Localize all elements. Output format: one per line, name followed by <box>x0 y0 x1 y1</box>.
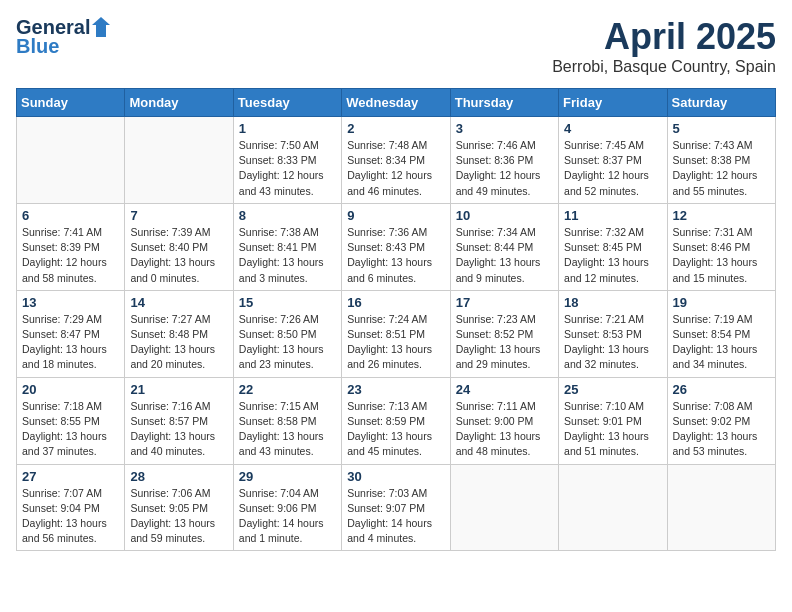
calendar-week-row: 13Sunrise: 7:29 AM Sunset: 8:47 PM Dayli… <box>17 290 776 377</box>
calendar-cell: 2Sunrise: 7:48 AM Sunset: 8:34 PM Daylig… <box>342 117 450 204</box>
day-number: 12 <box>673 208 770 223</box>
calendar-cell: 20Sunrise: 7:18 AM Sunset: 8:55 PM Dayli… <box>17 377 125 464</box>
day-number: 9 <box>347 208 444 223</box>
header-monday: Monday <box>125 89 233 117</box>
day-info: Sunrise: 7:16 AM Sunset: 8:57 PM Dayligh… <box>130 399 227 460</box>
day-info: Sunrise: 7:32 AM Sunset: 8:45 PM Dayligh… <box>564 225 661 286</box>
day-number: 21 <box>130 382 227 397</box>
day-info: Sunrise: 7:04 AM Sunset: 9:06 PM Dayligh… <box>239 486 336 547</box>
title-block: April 2025 Berrobi, Basque Country, Spai… <box>552 16 776 76</box>
calendar-week-row: 20Sunrise: 7:18 AM Sunset: 8:55 PM Dayli… <box>17 377 776 464</box>
day-number: 26 <box>673 382 770 397</box>
day-info: Sunrise: 7:34 AM Sunset: 8:44 PM Dayligh… <box>456 225 553 286</box>
day-info: Sunrise: 7:24 AM Sunset: 8:51 PM Dayligh… <box>347 312 444 373</box>
calendar-cell: 29Sunrise: 7:04 AM Sunset: 9:06 PM Dayli… <box>233 464 341 551</box>
calendar-cell: 11Sunrise: 7:32 AM Sunset: 8:45 PM Dayli… <box>559 203 667 290</box>
header-thursday: Thursday <box>450 89 558 117</box>
logo: General Blue <box>16 16 110 58</box>
calendar-header: Sunday Monday Tuesday Wednesday Thursday… <box>17 89 776 117</box>
day-info: Sunrise: 7:31 AM Sunset: 8:46 PM Dayligh… <box>673 225 770 286</box>
day-number: 20 <box>22 382 119 397</box>
calendar-cell: 23Sunrise: 7:13 AM Sunset: 8:59 PM Dayli… <box>342 377 450 464</box>
day-number: 11 <box>564 208 661 223</box>
calendar-cell: 12Sunrise: 7:31 AM Sunset: 8:46 PM Dayli… <box>667 203 775 290</box>
calendar-cell: 15Sunrise: 7:26 AM Sunset: 8:50 PM Dayli… <box>233 290 341 377</box>
calendar-cell: 5Sunrise: 7:43 AM Sunset: 8:38 PM Daylig… <box>667 117 775 204</box>
header-friday: Friday <box>559 89 667 117</box>
calendar-cell: 17Sunrise: 7:23 AM Sunset: 8:52 PM Dayli… <box>450 290 558 377</box>
day-info: Sunrise: 7:39 AM Sunset: 8:40 PM Dayligh… <box>130 225 227 286</box>
calendar-cell: 4Sunrise: 7:45 AM Sunset: 8:37 PM Daylig… <box>559 117 667 204</box>
day-info: Sunrise: 7:43 AM Sunset: 8:38 PM Dayligh… <box>673 138 770 199</box>
calendar-week-row: 27Sunrise: 7:07 AM Sunset: 9:04 PM Dayli… <box>17 464 776 551</box>
svg-marker-0 <box>92 17 110 37</box>
day-info: Sunrise: 7:38 AM Sunset: 8:41 PM Dayligh… <box>239 225 336 286</box>
calendar-table: Sunday Monday Tuesday Wednesday Thursday… <box>16 88 776 551</box>
day-info: Sunrise: 7:18 AM Sunset: 8:55 PM Dayligh… <box>22 399 119 460</box>
calendar-cell: 6Sunrise: 7:41 AM Sunset: 8:39 PM Daylig… <box>17 203 125 290</box>
calendar-cell: 21Sunrise: 7:16 AM Sunset: 8:57 PM Dayli… <box>125 377 233 464</box>
day-number: 25 <box>564 382 661 397</box>
day-number: 27 <box>22 469 119 484</box>
day-number: 29 <box>239 469 336 484</box>
day-info: Sunrise: 7:21 AM Sunset: 8:53 PM Dayligh… <box>564 312 661 373</box>
calendar-cell: 22Sunrise: 7:15 AM Sunset: 8:58 PM Dayli… <box>233 377 341 464</box>
day-info: Sunrise: 7:45 AM Sunset: 8:37 PM Dayligh… <box>564 138 661 199</box>
day-number: 14 <box>130 295 227 310</box>
day-number: 22 <box>239 382 336 397</box>
calendar-week-row: 6Sunrise: 7:41 AM Sunset: 8:39 PM Daylig… <box>17 203 776 290</box>
day-info: Sunrise: 7:50 AM Sunset: 8:33 PM Dayligh… <box>239 138 336 199</box>
location-subtitle: Berrobi, Basque Country, Spain <box>552 58 776 76</box>
day-info: Sunrise: 7:36 AM Sunset: 8:43 PM Dayligh… <box>347 225 444 286</box>
day-info: Sunrise: 7:11 AM Sunset: 9:00 PM Dayligh… <box>456 399 553 460</box>
day-number: 1 <box>239 121 336 136</box>
calendar-body: 1Sunrise: 7:50 AM Sunset: 8:33 PM Daylig… <box>17 117 776 551</box>
header-sunday: Sunday <box>17 89 125 117</box>
day-number: 8 <box>239 208 336 223</box>
calendar-cell: 26Sunrise: 7:08 AM Sunset: 9:02 PM Dayli… <box>667 377 775 464</box>
calendar-cell: 14Sunrise: 7:27 AM Sunset: 8:48 PM Dayli… <box>125 290 233 377</box>
calendar-cell <box>450 464 558 551</box>
day-number: 2 <box>347 121 444 136</box>
day-number: 5 <box>673 121 770 136</box>
day-info: Sunrise: 7:41 AM Sunset: 8:39 PM Dayligh… <box>22 225 119 286</box>
calendar-cell: 13Sunrise: 7:29 AM Sunset: 8:47 PM Dayli… <box>17 290 125 377</box>
day-number: 15 <box>239 295 336 310</box>
calendar-cell: 18Sunrise: 7:21 AM Sunset: 8:53 PM Dayli… <box>559 290 667 377</box>
calendar-cell: 25Sunrise: 7:10 AM Sunset: 9:01 PM Dayli… <box>559 377 667 464</box>
calendar-week-row: 1Sunrise: 7:50 AM Sunset: 8:33 PM Daylig… <box>17 117 776 204</box>
day-number: 3 <box>456 121 553 136</box>
calendar-cell <box>559 464 667 551</box>
logo-icon <box>92 17 110 37</box>
day-number: 7 <box>130 208 227 223</box>
calendar-cell: 16Sunrise: 7:24 AM Sunset: 8:51 PM Dayli… <box>342 290 450 377</box>
header-saturday: Saturday <box>667 89 775 117</box>
calendar-cell <box>17 117 125 204</box>
day-number: 4 <box>564 121 661 136</box>
day-info: Sunrise: 7:03 AM Sunset: 9:07 PM Dayligh… <box>347 486 444 547</box>
day-info: Sunrise: 7:19 AM Sunset: 8:54 PM Dayligh… <box>673 312 770 373</box>
day-info: Sunrise: 7:08 AM Sunset: 9:02 PM Dayligh… <box>673 399 770 460</box>
day-number: 30 <box>347 469 444 484</box>
calendar-cell: 10Sunrise: 7:34 AM Sunset: 8:44 PM Dayli… <box>450 203 558 290</box>
calendar-cell: 19Sunrise: 7:19 AM Sunset: 8:54 PM Dayli… <box>667 290 775 377</box>
day-number: 18 <box>564 295 661 310</box>
day-info: Sunrise: 7:07 AM Sunset: 9:04 PM Dayligh… <box>22 486 119 547</box>
page-header: General Blue April 2025 Berrobi, Basque … <box>16 16 776 76</box>
calendar-cell: 27Sunrise: 7:07 AM Sunset: 9:04 PM Dayli… <box>17 464 125 551</box>
day-info: Sunrise: 7:06 AM Sunset: 9:05 PM Dayligh… <box>130 486 227 547</box>
calendar-cell: 1Sunrise: 7:50 AM Sunset: 8:33 PM Daylig… <box>233 117 341 204</box>
day-number: 16 <box>347 295 444 310</box>
month-title: April 2025 <box>552 16 776 58</box>
day-number: 13 <box>22 295 119 310</box>
day-number: 17 <box>456 295 553 310</box>
day-info: Sunrise: 7:26 AM Sunset: 8:50 PM Dayligh… <box>239 312 336 373</box>
calendar-cell: 7Sunrise: 7:39 AM Sunset: 8:40 PM Daylig… <box>125 203 233 290</box>
day-info: Sunrise: 7:27 AM Sunset: 8:48 PM Dayligh… <box>130 312 227 373</box>
day-number: 10 <box>456 208 553 223</box>
calendar-cell: 30Sunrise: 7:03 AM Sunset: 9:07 PM Dayli… <box>342 464 450 551</box>
day-info: Sunrise: 7:10 AM Sunset: 9:01 PM Dayligh… <box>564 399 661 460</box>
day-number: 24 <box>456 382 553 397</box>
day-info: Sunrise: 7:29 AM Sunset: 8:47 PM Dayligh… <box>22 312 119 373</box>
calendar-cell: 3Sunrise: 7:46 AM Sunset: 8:36 PM Daylig… <box>450 117 558 204</box>
